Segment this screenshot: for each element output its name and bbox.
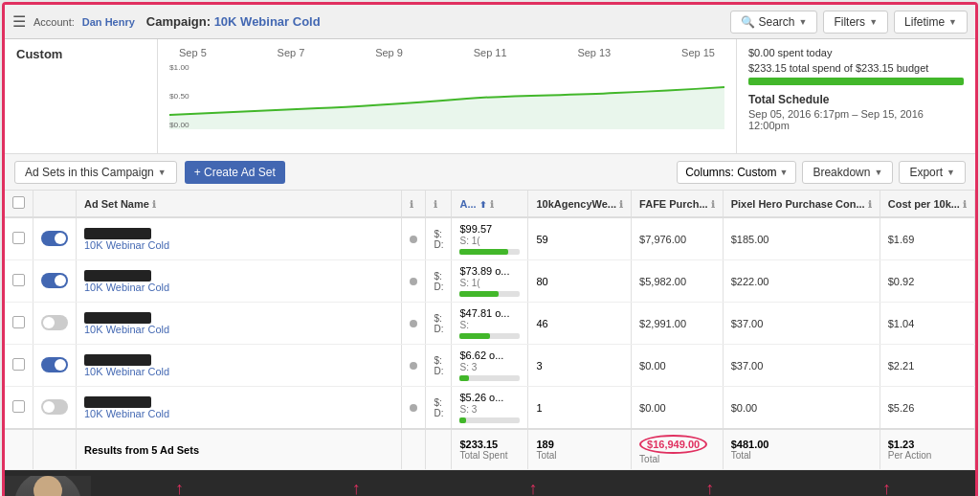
row-toggle[interactable] <box>41 357 68 372</box>
chart-svg: $1.00 $0.50 $0.00 <box>169 62 724 129</box>
col-header-cost: Cost per 10k... ℹ <box>880 191 974 217</box>
status-dot <box>410 362 417 370</box>
account-name: Dan Henry <box>82 16 135 28</box>
progress-bar <box>459 291 520 297</box>
cost-cell: $1.04 <box>880 303 974 345</box>
row-checkbox[interactable] <box>12 358 25 371</box>
annotation-arrow: ↑ <box>528 480 537 496</box>
metric1-cell: 3 <box>528 345 632 387</box>
ad-set-name-blacked <box>84 270 151 282</box>
filters-button[interactable]: Filters ▼ <box>823 11 888 34</box>
progress-fill <box>459 417 465 423</box>
table-row: 10K Webinar Cold $:D: $6.62 o... S: 3 3 … <box>5 345 975 387</box>
amount-value: $73.89 o... <box>459 265 509 277</box>
ad-set-link[interactable]: 10K Webinar Cold <box>84 408 393 419</box>
budget-line1: $0.00 spent today <box>748 47 964 58</box>
info-icon[interactable]: ℹ <box>963 199 967 210</box>
amount2-value: S: 3 <box>459 362 477 372</box>
ad-sets-dropdown-button[interactable]: Ad Sets in this Campaign ▼ <box>14 161 177 184</box>
schedule-dates: Sep 05, 2016 6:17pm – Sep 15, 2016 12:00… <box>748 108 964 131</box>
chart-dates: Sep 5 Sep 7 Sep 9 Sep 11 Sep 13 Sep 15 <box>169 47 724 58</box>
chevron-down-icon: ▼ <box>780 168 789 177</box>
status-dot <box>410 320 417 327</box>
amount2-value: S: 1( <box>459 278 479 288</box>
info-icon[interactable]: ℹ <box>490 199 494 210</box>
col-header-pixel: Pixel Hero Purchase Con... ℹ <box>723 191 880 217</box>
schedule-title: Total Schedule <box>748 93 964 106</box>
ad-set-link[interactable]: 10K Webinar Cold <box>84 324 393 335</box>
cost-cell: $2.21 <box>880 345 974 387</box>
breakdown-button[interactable]: Breakdown ▼ <box>802 161 893 184</box>
annotation-col-3: ↑ TOTAL SALES FOR PIXEL HERO MINI COURSE… <box>621 476 798 496</box>
toolbar-right: Columns: Custom ▼ Breakdown ▼ Export ▼ <box>677 161 966 184</box>
cost-cell: $1.69 <box>880 217 974 260</box>
amount-value: $47.81 o... <box>459 307 509 319</box>
progress-bar <box>459 249 520 255</box>
menu-icon[interactable]: ☰ <box>12 12 26 31</box>
fafe-cell: $0.00 <box>632 345 724 387</box>
info-icon[interactable]: ℹ <box>434 199 437 210</box>
annotation-col-1: ↑ PEOPLE THAT REGISTERED FOR WEBINAR <box>268 476 445 496</box>
amount2-value: S: 3 <box>459 404 477 415</box>
lifetime-button[interactable]: Lifetime ▼ <box>894 11 968 34</box>
ad-set-link[interactable]: 10K Webinar Cold <box>84 282 393 293</box>
row-toggle[interactable] <box>41 231 68 246</box>
ad-set-link[interactable]: 10K Webinar Cold <box>84 239 393 251</box>
info-icon[interactable]: ℹ <box>711 199 715 210</box>
col-header-amount[interactable]: A... ⬆ ℹ <box>452 191 528 217</box>
amount2-value: S: <box>459 320 468 330</box>
annotation-col-2: ↑ TOTAL SALES FOR FB ADS COURSE ($997) <box>445 476 622 496</box>
svg-text:$0.00: $0.00 <box>169 121 189 129</box>
annotation-col-4: ↑ AVG COST PER WEBINAR SIGNUP <box>798 476 975 496</box>
pixel-cell: $37.00 <box>723 345 880 387</box>
account-label: Account: <box>33 16 75 28</box>
row-toggle[interactable] <box>41 315 68 330</box>
amount-value: $6.62 o... <box>459 349 503 361</box>
info-icon[interactable]: ℹ <box>410 199 413 210</box>
annotation-col-0: ↑ TOTAL SPENT ON COLD TRAFFIC <box>91 476 268 496</box>
select-all-checkbox[interactable] <box>12 196 25 209</box>
status-dot <box>410 278 417 285</box>
annotation-arrow: ↑ <box>705 480 714 496</box>
col-header-fafe: FAFE Purch... ℹ <box>632 191 724 217</box>
row-toggle[interactable] <box>41 399 68 415</box>
svg-text:$0.50: $0.50 <box>169 92 189 101</box>
progress-bar <box>459 333 520 339</box>
person-image <box>5 476 91 496</box>
fafe-cell: $7,976.00 <box>632 217 724 260</box>
row-checkbox[interactable] <box>12 274 25 286</box>
row-checkbox[interactable] <box>12 316 25 328</box>
chevron-down-icon: ▼ <box>947 168 955 177</box>
metric1-cell: 1 <box>528 387 632 430</box>
row-toggle[interactable] <box>41 273 68 288</box>
create-ad-set-button[interactable]: + Create Ad Set <box>185 161 285 184</box>
top-bar-right: 🔍 Search ▼ Filters ▼ Lifetime ▼ <box>730 11 969 34</box>
annotation-arrow: ↑ <box>175 480 184 496</box>
table-header-row: Ad Set Name ℹ ℹ ℹ A... ⬆ ℹ 10kAgencyWe..… <box>5 191 975 217</box>
budget-bar <box>748 78 964 85</box>
budget-line2: $233.15 total spend of $233.15 budget <box>748 62 964 74</box>
table-row: 10K Webinar Cold $:D: $5.26 o... S: 3 1 … <box>5 387 975 430</box>
export-button[interactable]: Export ▼ <box>899 161 966 184</box>
top-bar-left: ☰ Account: Dan Henry Campaign: 10K Webin… <box>12 12 321 31</box>
info-icon[interactable]: ℹ <box>619 199 623 210</box>
annotation-arrow: ↑ <box>882 480 891 496</box>
total-pixel: $481.00Total <box>723 429 880 470</box>
total-row: Results from 5 Ad Sets $233.15Total Spen… <box>5 429 975 470</box>
annotation-columns: ↑ TOTAL SPENT ON COLD TRAFFIC ↑ PEOPLE T… <box>91 476 975 496</box>
row-checkbox[interactable] <box>12 400 25 413</box>
ad-set-link[interactable]: 10K Webinar Cold <box>84 366 393 377</box>
chevron-down-icon: ▼ <box>869 17 878 27</box>
amount-value: $5.26 o... <box>459 392 503 403</box>
total-metric1: 189Total <box>528 429 632 470</box>
row-checkbox[interactable] <box>12 232 25 244</box>
columns-button[interactable]: Columns: Custom ▼ <box>677 161 796 184</box>
progress-fill <box>459 333 490 339</box>
total-fafe: $16,949.00Total <box>632 429 724 470</box>
search-button[interactable]: 🔍 Search ▼ <box>730 11 818 34</box>
amount-value: $99.57 <box>459 223 492 235</box>
info-icon[interactable]: ℹ <box>152 199 156 210</box>
chart-right-panel: $0.00 spent today $233.15 total spend of… <box>736 39 975 153</box>
ad-set-name-blacked <box>84 228 151 239</box>
info-icon[interactable]: ℹ <box>868 199 872 210</box>
